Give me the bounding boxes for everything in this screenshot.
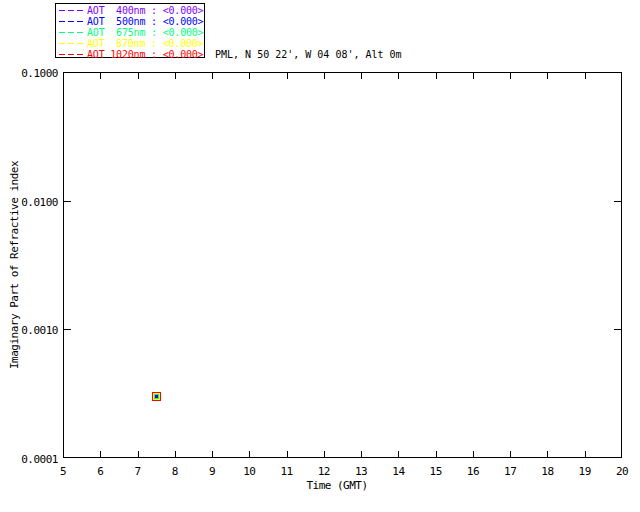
x-axis-tick	[324, 451, 325, 458]
x-axis-tick	[473, 451, 474, 458]
x-axis-tick-top	[585, 72, 586, 79]
y-tick-label: 0.1000	[0, 67, 58, 80]
data-point-aot-400nm	[156, 396, 157, 397]
legend-entry: AOT 500nm : <0.000>	[59, 16, 204, 27]
x-axis-tick	[398, 451, 399, 458]
x-axis-tick	[100, 451, 101, 458]
x-tick-label: 15	[430, 465, 442, 478]
legend-entry-label: AOT 500nm : <0.000>	[87, 16, 203, 27]
y-tick-label: 0.0010	[0, 324, 58, 337]
x-axis-tick	[175, 451, 176, 458]
legend-entry-label: AOT 400nm : <0.000>	[87, 5, 203, 16]
x-tick-label: 11	[280, 465, 292, 478]
x-axis-tick-top	[510, 72, 511, 79]
legend-box: AOT 400nm : <0.000> AOT 500nm : <0.000> …	[55, 3, 205, 58]
x-axis-tick	[585, 451, 586, 458]
legend-entry-label: AOT 675nm : <0.000>	[87, 27, 203, 38]
x-axis-tick-top	[287, 72, 288, 79]
x-axis-tick-top	[436, 72, 437, 79]
legend-entry: AOT 400nm : <0.000>	[59, 5, 204, 16]
dashed-line-icon	[59, 21, 83, 22]
legend-entry-label: AOT 1020nm : <0.000>	[87, 49, 203, 60]
y-axis-tick-right	[614, 201, 622, 202]
x-tick-label: 10	[243, 465, 255, 478]
plot-area	[63, 72, 622, 458]
aeronet-plot-page: AOT 400nm : <0.000> AOT 500nm : <0.000> …	[0, 0, 640, 512]
x-axis-tick-top	[361, 72, 362, 79]
x-axis-tick	[249, 451, 250, 458]
x-tick-label: 5	[60, 465, 66, 478]
x-axis-tick-top	[473, 72, 474, 79]
x-axis-tick-top	[398, 72, 399, 79]
dashed-line-icon	[59, 32, 83, 33]
x-axis-tick	[212, 451, 213, 458]
x-tick-label: 18	[541, 465, 553, 478]
y-axis-tick	[63, 201, 71, 202]
dashed-line-icon	[59, 43, 83, 44]
x-axis-label: Time (GMT)	[306, 479, 367, 492]
x-tick-label: 6	[97, 465, 103, 478]
legend-entry: AOT 870nm : <0.000>	[59, 38, 204, 49]
y-axis-tick-right	[614, 329, 622, 330]
x-tick-label: 19	[579, 465, 591, 478]
legend-entry-label: AOT 870nm : <0.000>	[87, 38, 203, 49]
x-tick-label: 7	[134, 465, 140, 478]
x-axis-tick-top	[100, 72, 101, 79]
x-tick-label: 17	[504, 465, 516, 478]
x-axis-tick-top	[212, 72, 213, 79]
site-location-title: PML, N 50 22', W 04 08', Alt 0m	[215, 45, 402, 64]
x-axis-tick	[287, 451, 288, 458]
dashed-line-icon	[59, 54, 83, 55]
x-axis-tick-top	[249, 72, 250, 79]
x-axis-tick	[138, 451, 139, 458]
x-tick-label: 13	[355, 465, 367, 478]
x-axis-tick-top	[547, 72, 548, 79]
x-axis-tick-top	[138, 72, 139, 79]
x-tick-label: 20	[616, 465, 628, 478]
x-axis-tick	[510, 451, 511, 458]
x-axis-tick	[361, 451, 362, 458]
x-tick-label: 8	[172, 465, 178, 478]
x-axis-tick	[547, 451, 548, 458]
y-axis-tick	[63, 329, 71, 330]
x-tick-label: 9	[209, 465, 215, 478]
legend-entry: AOT 675nm : <0.000>	[59, 27, 204, 38]
dashed-line-icon	[59, 10, 83, 11]
x-axis-tick	[436, 451, 437, 458]
x-axis-tick-top	[175, 72, 176, 79]
y-tick-label: 0.0001	[0, 453, 58, 466]
x-axis-tick-top	[324, 72, 325, 79]
x-tick-label: 14	[392, 465, 404, 478]
y-tick-label: 0.0100	[0, 195, 58, 208]
legend-entry: AOT 1020nm : <0.000>	[59, 49, 204, 60]
x-tick-label: 16	[467, 465, 479, 478]
x-tick-label: 12	[318, 465, 330, 478]
y-axis-label: Imaginary Part of Refractive index	[8, 161, 21, 369]
